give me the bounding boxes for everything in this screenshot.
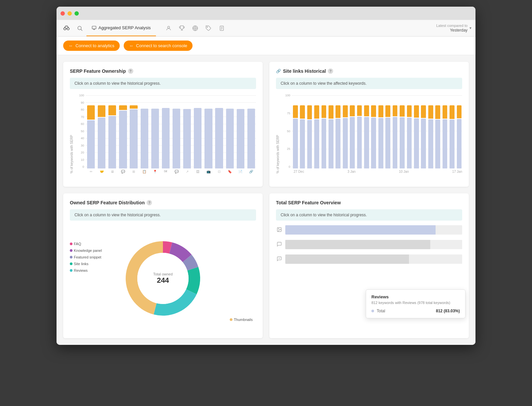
target-icon[interactable] (189, 22, 201, 34)
svg-point-3 (78, 26, 81, 30)
latest-label: Latest compared to (436, 23, 467, 28)
serp-ownership-title: SERP Feature Ownership ? (70, 68, 256, 74)
serp-ownership-help[interactable]: ? (128, 68, 133, 74)
sitelinks-bar-10[interactable] (363, 94, 369, 168)
serp-ownership-info: Click on a column to view the historical… (70, 78, 256, 89)
sitelinks-bar-5[interactable] (328, 94, 334, 168)
donut-chart-container[interactable]: Total owned 244 FAQ Knowledge panel (70, 225, 256, 332)
svg-point-0 (64, 28, 66, 30)
comparison-label: Latest compared to Yesterday ▼ (436, 23, 472, 33)
sitelinks-bar-14[interactable] (392, 94, 398, 168)
ownership-bar-4[interactable] (129, 94, 139, 168)
x-icon-6: 📍 (150, 170, 160, 173)
binoculars-icon[interactable] (60, 22, 73, 35)
sitelinks-bar-12[interactable] (378, 94, 384, 168)
ownership-bar-1[interactable] (97, 94, 106, 168)
site-links-title: 🔗 Site links Historical ? (276, 68, 462, 74)
ownership-bar-6[interactable] (150, 94, 160, 168)
comment-icon (276, 242, 283, 248)
ownership-bar-3[interactable] (118, 94, 128, 168)
sitelinks-bar-3[interactable] (314, 94, 320, 168)
nav-bar: Aggregated SERP Analysis (57, 20, 475, 37)
sitelinks-bar-17[interactable] (413, 94, 419, 168)
minimize-button[interactable] (67, 11, 72, 16)
x-icon-0: ✏ (86, 170, 96, 173)
total-overview-title: Total SERP Feature Overview (276, 200, 462, 205)
svg-point-25 (278, 228, 279, 229)
sitelinks-bar-0[interactable] (292, 94, 298, 168)
hbar-row-image[interactable] (276, 225, 462, 235)
close-button[interactable] (61, 11, 65, 16)
sitelinks-bar-22[interactable] (449, 94, 455, 168)
sitelinks-bar-6[interactable] (335, 94, 341, 168)
hbar-row-reviews[interactable] (276, 240, 462, 249)
sitelinks-bar-16[interactable] (406, 94, 412, 168)
site-links-info: Click on a column to view the affected k… (276, 78, 462, 89)
donut-legend: FAQ Knowledge panel Featured snippet Sit… (70, 242, 102, 275)
yesterday-label: Yesterday (436, 28, 467, 33)
thumbnails-label: Thumbnails (230, 318, 253, 322)
site-links-chart[interactable]: % of keywords with SERP 100 75 50 25 0 (276, 94, 462, 180)
svg-point-23 (137, 253, 189, 304)
title-bar (57, 7, 475, 20)
sitelinks-bar-8[interactable] (349, 94, 355, 168)
sitelinks-bar-11[interactable] (371, 94, 377, 168)
sitelinks-bar-21[interactable] (442, 94, 448, 168)
distribution-help[interactable]: ? (147, 200, 152, 205)
sitelinks-bar-4[interactable] (321, 94, 327, 168)
site-links-help[interactable]: ? (328, 68, 333, 74)
connect-search-button[interactable]: ↔ Connect to search console (124, 41, 193, 51)
ownership-bar-15[interactable] (246, 94, 256, 168)
tag-icon[interactable] (202, 22, 214, 34)
ownership-bar-11[interactable] (203, 94, 213, 168)
x-icon-3: 💬 (118, 170, 128, 173)
nav-tools (163, 22, 228, 34)
connect-analytics-button[interactable]: ↔ Connect to analytics (63, 41, 120, 51)
hbar-track-image (285, 225, 462, 235)
ownership-bar-2[interactable] (107, 94, 117, 168)
svg-point-8 (168, 26, 170, 28)
ownership-bar-9[interactable] (182, 94, 192, 168)
x-icon-7: 🗺 (161, 170, 171, 173)
x-icon-12: ⊡ (214, 170, 224, 173)
sitelinks-bar-9[interactable] (356, 94, 362, 168)
svg-line-4 (81, 29, 82, 31)
search-icon[interactable] (73, 22, 86, 35)
clipboard-icon[interactable] (216, 22, 228, 34)
hbar-track-chat (285, 254, 462, 264)
tooltip-row: Total 812 (83.03%) (371, 309, 460, 313)
user-icon[interactable] (163, 22, 175, 34)
sitelinks-bar-23[interactable] (456, 94, 462, 168)
x-icon-13: 🔖 (225, 170, 235, 173)
hbar-row-chat[interactable] (276, 254, 462, 264)
ownership-bar-10[interactable] (193, 94, 202, 168)
sitelinks-bar-1[interactable] (299, 94, 305, 168)
dropdown-chevron[interactable]: ▼ (469, 26, 472, 30)
x-icon-1: 🤝 (97, 170, 106, 173)
sitelinks-bar-19[interactable] (428, 94, 434, 168)
sitelinks-bar-15[interactable] (399, 94, 405, 168)
sitelinks-bar-13[interactable] (385, 94, 391, 168)
aggregated-serp-tab[interactable]: Aggregated SERP Analysis (86, 20, 156, 36)
maximize-button[interactable] (74, 11, 79, 16)
sitelinks-bar-20[interactable] (435, 94, 441, 168)
ownership-bar-8[interactable] (172, 94, 181, 168)
trophy-icon[interactable] (176, 22, 188, 34)
svg-point-12 (194, 27, 197, 30)
sitelinks-bar-7[interactable] (342, 94, 348, 168)
link-icon: 🔗 (276, 69, 281, 73)
serp-ownership-chart[interactable]: % of keywords with SERP 100 90 80 70 60 … (70, 94, 256, 180)
ownership-bar-13[interactable] (225, 94, 235, 168)
date-labels: 27 Dec 3 Jan 10 Jan 17 Jan (294, 170, 462, 173)
x-icon-5: 📋 (140, 170, 149, 173)
sitelinks-bar-18[interactable] (421, 94, 427, 168)
y-axis-label-1: % of keywords with SERP (70, 94, 73, 173)
ownership-bar-5[interactable] (140, 94, 149, 168)
distribution-info: Click on a column to view the historical… (70, 209, 256, 221)
ownership-bar-14[interactable] (236, 94, 245, 168)
ownership-bar-7[interactable] (161, 94, 171, 168)
ownership-bar-12[interactable] (214, 94, 224, 168)
main-content: SERP Feature Ownership ? Click on a colu… (57, 55, 475, 345)
sitelinks-bar-2[interactable] (307, 94, 313, 168)
ownership-bar-0[interactable] (86, 94, 96, 168)
